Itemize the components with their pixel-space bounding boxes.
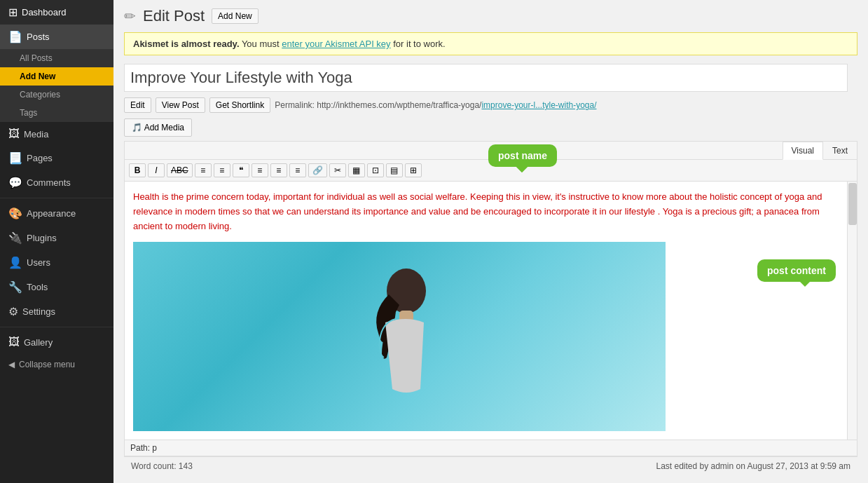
comments-icon: 💬	[8, 176, 22, 189]
add-new-link[interactable]: Add New	[0, 67, 113, 86]
notice-text2: for it to work.	[393, 39, 445, 49]
posts-submenu: All Posts Add New Categories Tags	[0, 49, 113, 122]
word-count-value: 143	[179, 461, 193, 471]
sidebar-item-label: Users	[27, 257, 50, 268]
view-post-button[interactable]: View Post	[156, 97, 205, 113]
permalink-label-text: Permalink:	[275, 100, 315, 110]
sidebar-item-label: Plugins	[27, 233, 57, 243]
link-button[interactable]: 🔗	[308, 163, 327, 177]
pages-icon: 📃	[8, 151, 22, 165]
sidebar-item-dashboard[interactable]: ⊞ Dashboard	[0, 0, 113, 25]
post-content-tooltip-text: post content	[767, 265, 826, 276]
post-title-section: post name	[124, 64, 857, 97]
dashboard-icon: ⊞	[8, 6, 18, 19]
sidebar-item-gallery[interactable]: 🖼 Gallery	[0, 330, 113, 354]
yoga-figure-svg	[343, 256, 483, 431]
word-count-label: Word count:	[131, 461, 176, 471]
gallery-icon: 🖼	[8, 336, 20, 348]
tab-text[interactable]: Text	[823, 142, 857, 159]
sidebar-item-comments[interactable]: 💬 Comments	[0, 170, 113, 195]
fullscreen-button[interactable]: ⊡	[367, 163, 384, 177]
collapse-menu-label: Collapse menu	[19, 360, 75, 369]
media-icon: 🖼	[8, 128, 20, 140]
post-content-tooltip: post content	[757, 259, 836, 282]
sidebar-item-plugins[interactable]: 🔌 Plugins	[0, 226, 113, 250]
sidebar-item-label: Dashboard	[22, 7, 67, 18]
sidebar-item-tools[interactable]: 🔧 Tools	[0, 275, 113, 299]
editor-area: Visual Text B I ABC ≡ ≡ ❝ ≡ ≡ ≡ 🔗 ✂ ▦ ⊡ …	[124, 141, 857, 456]
all-posts-link[interactable]: All Posts	[0, 49, 113, 67]
editor-toolbar: B I ABC ≡ ≡ ❝ ≡ ≡ ≡ 🔗 ✂ ▦ ⊡ ▤ ⊞	[125, 160, 857, 182]
sidebar-item-label: Comments	[27, 177, 71, 188]
sidebar-item-label: Settings	[22, 306, 55, 317]
editor-scrollbar[interactable]	[847, 182, 857, 440]
tab-visual[interactable]: Visual	[783, 142, 823, 160]
word-count: Word count: 143	[131, 461, 193, 471]
scroll-thumb[interactable]	[848, 183, 857, 225]
page-header: ✏ Edit Post Add New	[124, 7, 857, 25]
edit-button[interactable]: Edit	[124, 97, 151, 113]
editor-footer: Path: p	[125, 440, 857, 456]
tools-icon: 🔧	[8, 280, 22, 294]
align-center-button[interactable]: ≡	[270, 163, 287, 177]
tooltip-arrow	[799, 281, 811, 292]
sidebar-item-label: Gallery	[24, 337, 53, 348]
tags-link[interactable]: Tags	[0, 104, 113, 122]
italic-button[interactable]: I	[148, 163, 165, 177]
unlink-button[interactable]: ✂	[329, 163, 346, 177]
unordered-list-button[interactable]: ≡	[195, 163, 212, 177]
sidebar-item-settings[interactable]: ⚙ Settings	[0, 299, 113, 324]
page-title: Edit Post	[143, 7, 205, 25]
sidebar-item-label: Media	[24, 129, 48, 140]
sidebar-item-media[interactable]: 🖼 Media	[0, 122, 113, 146]
editor-content-wrapper: Health is the prime concern today, impor…	[125, 182, 857, 440]
ordered-list-button[interactable]: ≡	[214, 163, 230, 177]
editor-tabs: Visual Text	[125, 142, 857, 160]
add-media-icon: 🎵	[132, 123, 142, 132]
permalink-link[interactable]: improve-your-l...tyle-with-yoga/	[481, 100, 596, 110]
post-content-tooltip-wrapper: post content	[757, 259, 836, 282]
sidebar-item-appearance[interactable]: 🎨 Appearance	[0, 201, 113, 226]
akismet-notice: Akismet is almost ready. You must enter …	[124, 32, 857, 55]
sidebar-item-label: Pages	[27, 153, 53, 163]
distraction-free-button[interactable]: ▤	[386, 163, 403, 177]
main-content: ✏ Edit Post Add New Akismet is almost re…	[113, 0, 868, 483]
get-shortlink-button[interactable]: Get Shortlink	[209, 97, 270, 113]
add-media-label: Add Media	[144, 123, 184, 132]
align-left-button[interactable]: ≡	[252, 163, 268, 177]
sidebar-item-pages[interactable]: 📃 Pages	[0, 146, 113, 170]
sidebar-item-label: Appearance	[27, 208, 76, 219]
editor-content[interactable]: Health is the prime concern today, impor…	[125, 182, 857, 440]
bold-button[interactable]: B	[129, 163, 146, 177]
sidebar-item-label: Posts	[27, 32, 50, 42]
posts-icon: 📄	[8, 30, 22, 43]
notice-bold-text: Akismet is almost ready.	[133, 39, 240, 49]
users-icon: 👤	[8, 256, 22, 269]
categories-link[interactable]: Categories	[0, 86, 113, 104]
insert-more-button[interactable]: ▦	[348, 163, 365, 177]
sidebar-item-posts[interactable]: 📄 Posts	[0, 25, 113, 49]
settings-icon: ⚙	[8, 305, 18, 318]
notice-text: You must	[242, 39, 282, 49]
post-title-input[interactable]	[124, 64, 848, 92]
blockquote-button[interactable]: ❝	[233, 163, 249, 177]
sidebar: ⊞ Dashboard 📄 Posts All Posts Add New Ca…	[0, 0, 113, 483]
appearance-icon: 🎨	[8, 207, 22, 220]
status-bar: Word count: 143 Last edited by admin on …	[124, 456, 857, 475]
collapse-arrow-icon: ◀	[8, 360, 15, 369]
permalink-label: Permalink: http://inkthemes.com/wptheme/…	[275, 100, 596, 110]
sidebar-item-users[interactable]: 👤 Users	[0, 250, 113, 275]
add-media-button[interactable]: 🎵 Add Media	[124, 118, 192, 137]
plugins-icon: 🔌	[8, 231, 22, 245]
akismet-link[interactable]: enter your Akismet API key	[282, 39, 390, 49]
permalink-static-text: http://inkthemes.com/wptheme/traffica-yo…	[317, 100, 481, 110]
editor-text-content: Health is the prime concern today, impor…	[133, 190, 844, 233]
editor-path: Path: p	[130, 443, 157, 453]
collapse-menu[interactable]: ◀ Collapse menu	[0, 354, 113, 375]
edit-pen-icon: ✏	[124, 8, 136, 25]
post-actions-bar: Edit View Post Get Shortlink Permalink: …	[124, 97, 857, 113]
kitchen-sink-button[interactable]: ⊞	[405, 163, 422, 177]
align-right-button[interactable]: ≡	[289, 163, 306, 177]
add-new-button[interactable]: Add New	[212, 8, 259, 24]
strikethrough-button[interactable]: ABC	[167, 163, 193, 177]
